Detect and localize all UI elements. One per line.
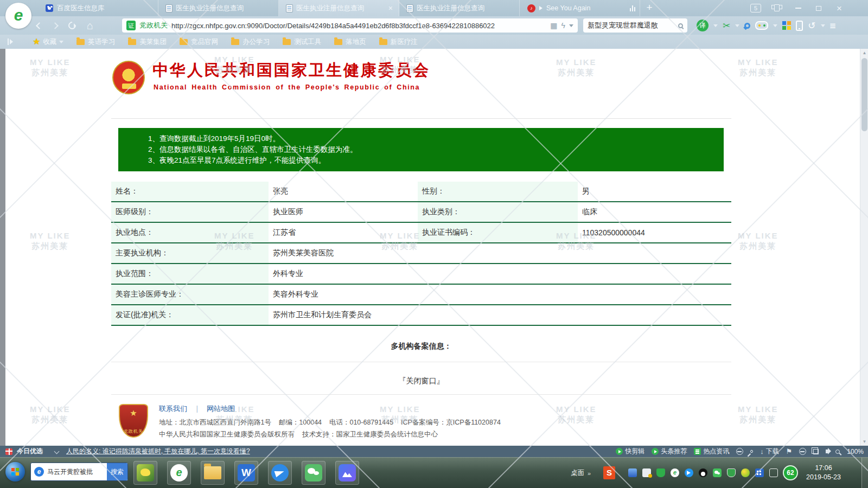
bookmark-folder-meilai[interactable]: 美莱集团 (128, 37, 167, 47)
sitemap-link[interactable]: 网站地图 (207, 404, 235, 413)
window-restore-button[interactable] (808, 0, 829, 16)
phone-icon[interactable] (796, 21, 803, 31)
url-text[interactable]: http://zgcx.nhfpc.gov.cn:9090/Doctor/Det… (171, 22, 546, 30)
bookmark-folder-office[interactable]: 办公学习 (231, 37, 270, 47)
translate-dropdown-icon[interactable] (713, 24, 718, 27)
tab-count-badge[interactable]: 5 (750, 4, 761, 12)
tray-ball-icon[interactable] (741, 468, 750, 477)
tab-baidu-doctor[interactable]: 百度医生信息库 (38, 0, 158, 16)
tray-security-shield-icon[interactable] (727, 468, 736, 477)
tab-doctor-query-1[interactable]: 医生执业注册信息查询 (158, 0, 279, 16)
news-ticker-link[interactable]: 人民的名义: 谁记得陈清泉被抓时, 手放在哪儿, 第一次竟没看懂? (66, 447, 250, 456)
taskbar-clock[interactable]: 17:06 2019-05-23 (806, 464, 841, 482)
address-dropdown-icon[interactable] (569, 24, 573, 27)
file-explorer-icon[interactable] (201, 461, 225, 485)
tray-pointer-icon[interactable] (685, 468, 693, 477)
zoom-level[interactable]: 100% (847, 448, 864, 455)
reader-mode-icon[interactable] (736, 448, 743, 455)
audio-playing-icon[interactable] (630, 5, 635, 11)
tray-plug-icon[interactable] (769, 468, 778, 477)
address-bar[interactable]: 证 党政机关 http://zgcx.nhfpc.gov.cn:9090/Doc… (122, 18, 578, 33)
daily-picks-label[interactable]: 今日优选 (17, 447, 43, 456)
bookmark-folder-competitors[interactable]: 竞品官网 (180, 37, 218, 47)
zoom-search-icon[interactable] (835, 450, 840, 454)
flag-icon[interactable]: ⚑ (786, 448, 793, 455)
qr-code-icon[interactable]: ▦ (550, 21, 557, 30)
scrollbar-thumb[interactable] (861, 58, 867, 131)
quick-search-text[interactable]: 新型灵宠现世群魔退散 (588, 21, 675, 30)
bird-app-icon[interactable] (133, 461, 157, 485)
tray-green-shield-icon[interactable] (656, 468, 665, 477)
gamepad-icon[interactable] (755, 21, 768, 30)
bookmark-folder-medical[interactable]: 新医疗注 (379, 37, 418, 47)
practice-category-value: 临床 (578, 202, 731, 222)
scroll-down-icon[interactable]: ▼ (861, 439, 867, 444)
new-tab-button[interactable]: + (640, 0, 659, 16)
tray-box-icon[interactable] (628, 468, 637, 477)
search-icon[interactable] (678, 23, 683, 28)
back-icon[interactable] (36, 22, 43, 29)
browser-logo-icon[interactable] (5, 3, 31, 29)
gamepad-dropdown-icon[interactable] (773, 24, 777, 27)
toutiao-button[interactable]: 头条推荐 (652, 447, 687, 456)
taskbar-search-box[interactable]: e 马云开黄腔被批 搜索 (30, 463, 128, 481)
taskbar-search-text[interactable]: 马云开黄腔被批 (47, 467, 107, 477)
browser-app-icon[interactable]: e (167, 461, 191, 485)
security-score-badge[interactable]: 62 (783, 465, 798, 480)
apps-grid-icon[interactable] (782, 21, 791, 30)
hot-news-button[interactable]: 热点资讯 (694, 447, 729, 456)
tab-doctor-query-3[interactable]: 医生执业注册信息查询 (399, 0, 520, 16)
start-button[interactable] (5, 462, 25, 481)
quick-search-box[interactable]: 新型灵宠现世群魔退散 (583, 18, 687, 33)
undo-dropdown-icon[interactable] (821, 24, 825, 27)
tray-input-method-icon[interactable] (755, 468, 764, 477)
tray-browser-icon[interactable]: e (671, 468, 679, 477)
window-stack-icon[interactable] (813, 449, 819, 454)
pin-icon[interactable] (750, 450, 754, 453)
desktop-toolbar[interactable]: 桌面 » (571, 468, 591, 478)
blue-bird-app-icon[interactable] (268, 461, 292, 485)
mute-speaker-icon[interactable] (826, 450, 828, 453)
tab-doctor-query-2-active[interactable]: 医生执业注册信息查询 × (279, 0, 399, 16)
tray-wechat-icon[interactable] (713, 468, 722, 477)
tray-qq-icon[interactable] (699, 468, 707, 477)
menu-icon[interactable]: ≡ (830, 21, 836, 31)
screenshot-scissors-icon[interactable]: ✂ (723, 21, 730, 30)
sidebar-expand-icon[interactable] (8, 38, 13, 45)
lightning-icon[interactable]: ϟ (561, 21, 565, 30)
bookmark-folder-testtools[interactable]: 测试工具 (283, 37, 321, 47)
wps-app-icon[interactable]: W (234, 461, 258, 485)
wechat-app-icon[interactable] (302, 461, 326, 485)
contact-us-link[interactable]: 联系我们 (159, 404, 187, 413)
close-window-link[interactable]: 『关闭窗口』 (111, 376, 731, 386)
window-minimize-button[interactable] (788, 0, 808, 16)
quick-clip-button[interactable]: 快剪辑 (616, 447, 644, 456)
scroll-up-icon[interactable]: ▲ (861, 50, 867, 55)
s-app-icon[interactable]: S (603, 466, 615, 479)
tab-music-see-you-again[interactable]: See You Again (520, 0, 640, 16)
tray-document-lock-icon[interactable] (642, 468, 651, 477)
collapse-chevron-icon[interactable] (54, 449, 60, 454)
download-button[interactable]: ↓ 下载 (760, 447, 779, 456)
find-magnifier-icon[interactable] (744, 23, 750, 29)
bookmark-folder-english[interactable]: 英语学习 (76, 37, 115, 47)
gift-icon[interactable] (5, 448, 12, 455)
show-desktop-button[interactable] (861, 458, 868, 488)
chevrons-icon[interactable]: » (588, 470, 591, 477)
theme-skin-icon[interactable] (773, 4, 781, 11)
clock-time: 17:06 (806, 464, 841, 473)
forward-icon[interactable] (52, 22, 59, 29)
undo-icon[interactable]: ↺ (808, 21, 815, 30)
favorites-button[interactable]: ★ 收藏 (33, 37, 63, 47)
refresh-icon[interactable] (67, 20, 78, 31)
tab-close-icon[interactable]: × (387, 4, 394, 12)
page-scrollbar[interactable]: ▲ ▼ (860, 49, 868, 446)
home-icon[interactable]: ⌂ (87, 20, 93, 31)
bookmark-folder-landing[interactable]: 落地页 (334, 37, 366, 47)
scissors-dropdown-icon[interactable] (735, 24, 739, 27)
window-close-button[interactable]: × (829, 0, 850, 16)
photos-app-icon[interactable] (335, 461, 359, 485)
translate-icon[interactable]: 译 (697, 20, 709, 31)
taskbar-search-button[interactable]: 搜索 (107, 463, 127, 481)
compatibility-mode-icon[interactable] (799, 448, 806, 455)
